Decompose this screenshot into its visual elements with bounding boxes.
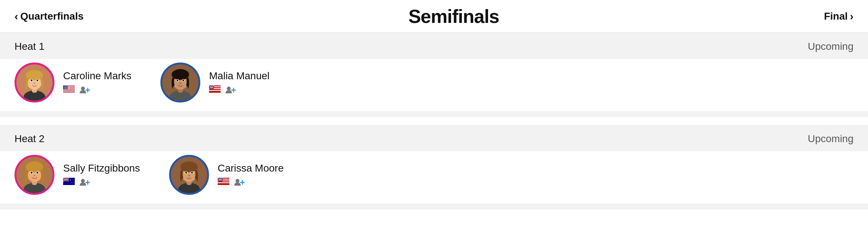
competitor-name-2-1: Sally Fitzgibbons <box>63 162 140 174</box>
heat-status-1: Upcoming <box>808 41 853 52</box>
svg-rect-39 <box>209 91 221 92</box>
competitor-flags-1-2 <box>209 85 270 95</box>
heat-spacer <box>0 118 868 125</box>
svg-rect-95 <box>218 181 229 182</box>
svg-text:★: ★ <box>73 181 74 183</box>
competitor-2-1: Sally Fitzgibbons ★ ★ ★ ★ ★ <box>15 155 140 195</box>
prev-arrow-icon: ‹ <box>15 10 18 23</box>
svg-rect-16 <box>63 92 75 92</box>
svg-point-50 <box>227 87 231 91</box>
competitors-row-1: Caroline Marks ★★★★★★ ★★★★★ ★★★★★★ ★★★★★ <box>0 59 868 111</box>
prev-nav[interactable]: ‹ Quarterfinals <box>15 10 83 23</box>
heat-label-2: Heat 2 <box>15 133 45 145</box>
heat-section-1: Heat 1Upcoming Caroline Marks ★★★★★★ ★★★… <box>0 33 868 117</box>
svg-rect-96 <box>218 183 229 184</box>
competitor-flags-1-1: ★★★★★★ ★★★★★ ★★★★★★ ★★★★★ <box>63 85 131 95</box>
next-nav[interactable]: Final › <box>824 10 853 23</box>
svg-point-8 <box>37 80 38 81</box>
competitor-flags-2-2 <box>218 177 284 187</box>
flag-icon-1-2 <box>209 85 221 94</box>
competitor-1-2: Malia Manuel <box>160 63 270 103</box>
heat-section-2: Heat 2Upcoming Sally Fitzgibbons ★ ★ ★ ★… <box>0 125 868 209</box>
svg-rect-73 <box>63 180 69 180</box>
heats-container: Heat 1Upcoming Caroline Marks ★★★★★★ ★★★… <box>0 33 868 209</box>
svg-point-33 <box>183 80 184 81</box>
competitor-name-1-2: Malia Manuel <box>209 70 270 82</box>
avatar-1-1 <box>15 63 54 103</box>
competitors-row-2: Sally Fitzgibbons ★ ★ ★ ★ ★ <box>0 151 868 204</box>
avatar-2-1 <box>15 155 54 195</box>
flag-icon-1-1: ★★★★★★ ★★★★★ ★★★★★★ ★★★★★ <box>63 85 75 94</box>
competitor-1-1: Caroline Marks ★★★★★★ ★★★★★ ★★★★★★ ★★★★★ <box>15 63 131 103</box>
competitor-name-1-1: Caroline Marks <box>63 70 131 82</box>
next-arrow-icon: › <box>850 10 853 23</box>
follow-button-2-2[interactable] <box>233 177 245 187</box>
competitor-2-2: Carissa Moore <box>169 155 284 195</box>
avatar-1-2 <box>160 63 200 103</box>
flag-icon-2-1: ★ ★ ★ ★ ★ <box>63 178 75 186</box>
follow-button-1-1[interactable] <box>78 85 90 95</box>
competitor-name-2-2: Carissa Moore <box>218 162 284 174</box>
svg-point-79 <box>81 179 85 183</box>
svg-rect-97 <box>218 184 229 185</box>
page-title: Semifinals <box>408 5 499 27</box>
svg-point-90 <box>191 172 193 174</box>
svg-rect-40 <box>209 92 221 93</box>
svg-point-7 <box>31 80 33 81</box>
svg-point-9 <box>33 83 36 84</box>
svg-rect-15 <box>63 91 75 91</box>
svg-point-107 <box>236 179 239 183</box>
svg-point-62 <box>33 175 36 176</box>
svg-point-22 <box>81 87 85 91</box>
next-label: Final <box>824 11 848 22</box>
svg-point-89 <box>185 172 187 174</box>
flag-icon-2-2 <box>218 178 229 186</box>
heat-label-1: Heat 1 <box>15 41 45 52</box>
follow-button-1-2[interactable] <box>224 85 236 95</box>
competitor-flags-2-1: ★ ★ ★ ★ ★ <box>63 177 140 187</box>
svg-point-60 <box>31 172 33 174</box>
svg-point-32 <box>177 80 179 81</box>
svg-text:★: ★ <box>73 179 74 180</box>
prev-label: Quarterfinals <box>20 11 83 22</box>
svg-point-91 <box>188 175 190 176</box>
avatar-2-2 <box>169 155 209 195</box>
heat-status-2: Upcoming <box>808 133 853 145</box>
follow-button-2-1[interactable] <box>78 177 90 187</box>
header: ‹ Quarterfinals Semifinals Final › <box>0 0 868 33</box>
svg-point-61 <box>37 172 38 174</box>
svg-text:★★★★★: ★★★★★ <box>64 88 70 89</box>
svg-rect-38 <box>209 89 221 90</box>
svg-point-34 <box>179 83 181 84</box>
